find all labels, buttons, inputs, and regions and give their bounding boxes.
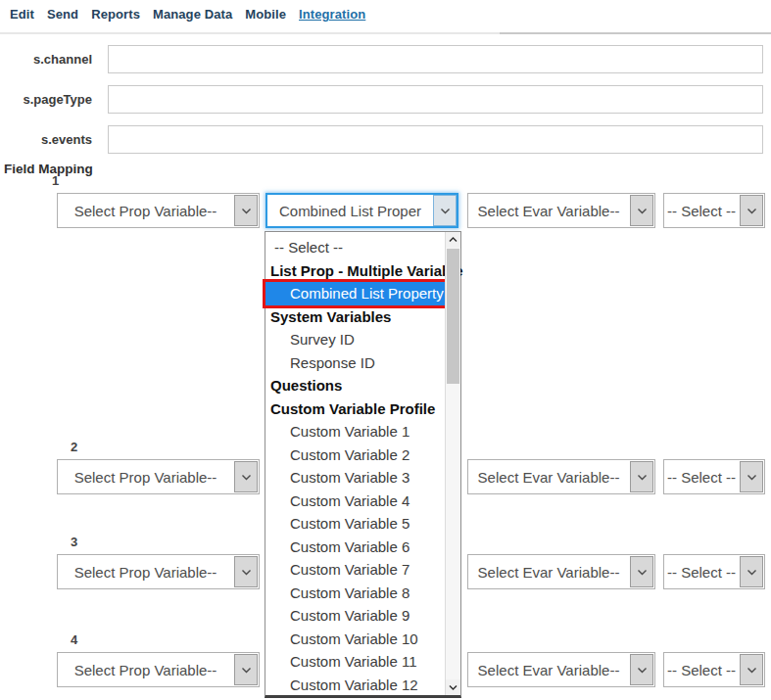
chevron-down-icon: [740, 654, 763, 685]
dropdown-option-select[interactable]: -- Select --: [265, 236, 445, 259]
field-mapping-title: Field Mapping: [4, 162, 93, 176]
select-value: Select Evar Variable--: [468, 469, 629, 486]
scrollbar-thumb[interactable]: [447, 249, 459, 384]
chevron-down-icon: [740, 556, 763, 587]
nav-item-mobile[interactable]: Mobile: [245, 7, 286, 22]
select-last-row-1[interactable]: -- Select --: [663, 193, 765, 228]
select-last-row-2[interactable]: -- Select --: [663, 459, 765, 494]
form-field-row: s.pageType: [0, 84, 763, 114]
dropdown-items: -- Select --List Prop - Multiple Variabl…: [265, 236, 445, 696]
dropdown-option-custom-variable-2[interactable]: Custom Variable 2: [265, 443, 445, 467]
nav-item-send[interactable]: Send: [47, 7, 78, 22]
nav-item-integration[interactable]: Integration: [299, 7, 365, 22]
nav-item-edit[interactable]: Edit: [10, 7, 34, 22]
row-number-4: 4: [71, 632, 77, 647]
field-input-s-events[interactable]: [108, 125, 763, 154]
nav-item-reports[interactable]: Reports: [91, 7, 140, 22]
nav-item-manage-data[interactable]: Manage Data: [153, 7, 232, 22]
field-label-s-pagetype: s.pageType: [0, 92, 92, 107]
dropdown-option-custom-variable-9[interactable]: Custom Variable 9: [265, 604, 445, 628]
dropdown-option-custom-variable-3[interactable]: Custom Variable 3: [265, 466, 445, 490]
field-label-s-events: s.events: [0, 132, 92, 147]
select-evar-row-3[interactable]: Select Evar Variable--: [467, 554, 655, 589]
select-prop-row-2[interactable]: Select Prop Variable--: [57, 459, 260, 494]
dropdown-option-custom-variable-12[interactable]: Custom Variable 12: [265, 674, 445, 697]
dropdown-option-combined-list-property-highlighted[interactable]: Combined List Property: [265, 282, 445, 305]
select-value: -- Select --: [664, 662, 739, 678]
select-value: Select Evar Variable--: [468, 203, 629, 219]
form-field-row: s.events: [0, 124, 763, 154]
dropdown-option-custom-variable-10[interactable]: Custom Variable 10: [265, 628, 445, 651]
chevron-down-icon: [234, 195, 258, 226]
select-evar-row-2[interactable]: Select Evar Variable--: [467, 459, 655, 494]
select-evar-row-4[interactable]: Select Evar Variable--: [467, 652, 655, 687]
select-last-row-3[interactable]: -- Select --: [663, 554, 765, 589]
field-label-s-channel: s.channel: [0, 52, 92, 67]
top-nav: EditSendReportsManage DataMobileIntegrat…: [10, 7, 365, 22]
scroll-down-icon[interactable]: [446, 679, 460, 695]
select-value: Combined List Proper: [267, 203, 433, 219]
dropdown-group-questions: Questions: [265, 374, 445, 397]
field-input-s-pagetype[interactable]: [108, 85, 763, 114]
select-last-row-4[interactable]: -- Select --: [663, 652, 765, 687]
form-field-row: s.channel: [0, 44, 763, 73]
select-value: Select Evar Variable--: [468, 564, 629, 581]
select-value: -- Select --: [664, 203, 739, 219]
chevron-down-icon: [234, 654, 258, 685]
field-input-s-channel[interactable]: [108, 45, 763, 73]
dropdown-option-response-id[interactable]: Response ID: [265, 351, 445, 375]
select-value: Select Prop Variable--: [58, 469, 233, 486]
select-value: -- Select --: [664, 564, 739, 581]
dropdown-option-custom-variable-6[interactable]: Custom Variable 6: [265, 536, 445, 559]
select-prop-row-1[interactable]: Select Prop Variable--: [57, 193, 260, 228]
chevron-down-icon: [234, 461, 258, 492]
form-fields: s.channels.pageTypes.events: [0, 44, 763, 164]
chevron-down-icon: [234, 556, 258, 587]
scroll-up-icon[interactable]: [446, 232, 460, 248]
chevron-down-icon: [433, 195, 457, 226]
select-value: Select Prop Variable--: [58, 564, 233, 581]
nav-divider-right: [500, 32, 771, 34]
dropdown-option-custom-variable-5[interactable]: Custom Variable 5: [265, 512, 445, 536]
select-value: Select Prop Variable--: [58, 662, 233, 678]
chevron-down-icon: [630, 556, 653, 587]
chevron-down-icon: [630, 195, 653, 226]
dropdown-option-custom-variable-4[interactable]: Custom Variable 4: [265, 490, 445, 513]
dropdown-group-system-variables: System Variables: [265, 305, 445, 329]
select-value: -- Select --: [664, 469, 739, 486]
chevron-down-icon: [630, 654, 653, 685]
nav-divider-left: [0, 32, 500, 34]
chevron-down-icon: [740, 461, 763, 492]
dropdown-option-custom-variable-1[interactable]: Custom Variable 1: [265, 420, 445, 443]
dropdown-option-custom-variable-8[interactable]: Custom Variable 8: [265, 582, 445, 605]
select-middle-row-1[interactable]: Combined List Proper: [265, 193, 458, 228]
select-evar-row-1[interactable]: Select Evar Variable--: [467, 193, 655, 228]
dropdown-option-custom-variable-7[interactable]: Custom Variable 7: [265, 558, 445, 582]
select-value: Select Prop Variable--: [58, 203, 233, 219]
dropdown-group-custom-variable-profile: Custom Variable Profile: [265, 397, 445, 421]
chevron-down-icon: [630, 461, 653, 492]
dropdown-scrollbar[interactable]: [445, 232, 460, 695]
dropdown-option-custom-variable-11[interactable]: Custom Variable 11: [265, 650, 445, 674]
dropdown-group-list-prop-multiple-variable: List Prop - Multiple Variable: [265, 259, 445, 283]
row-number-2: 2: [71, 440, 77, 454]
select-prop-row-4[interactable]: Select Prop Variable--: [57, 652, 260, 687]
select-value: Select Evar Variable--: [468, 662, 629, 678]
row-number-3: 3: [71, 535, 77, 549]
dropdown-option-survey-id[interactable]: Survey ID: [265, 328, 445, 351]
dropdown-list: -- Select --List Prop - Multiple Variabl…: [265, 231, 461, 698]
chevron-down-icon: [740, 195, 763, 226]
select-prop-row-3[interactable]: Select Prop Variable--: [57, 554, 260, 589]
row-number-1: 1: [52, 173, 59, 188]
